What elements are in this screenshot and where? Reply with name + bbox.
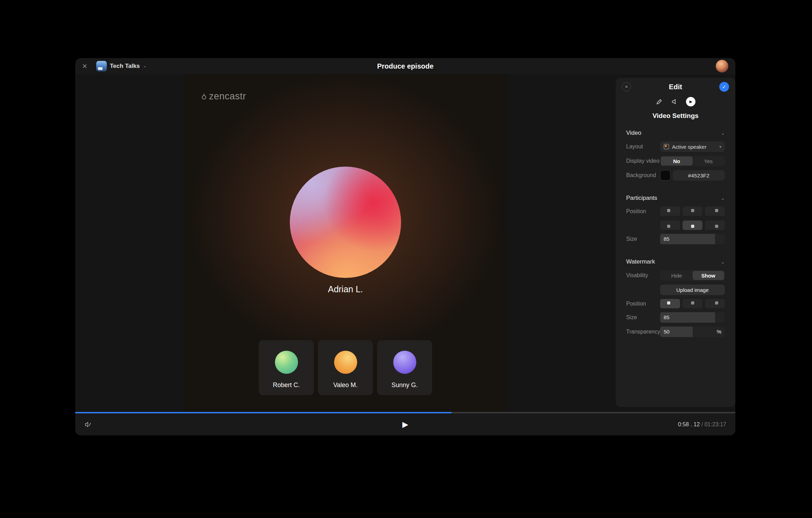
chevron-down-icon[interactable]: ⌄: [721, 260, 725, 264]
display-video-label: Display video: [626, 158, 659, 164]
section-watermark-label: Watermark: [626, 258, 655, 265]
show-selector[interactable]: Tech Talks ⌄: [96, 61, 147, 71]
player-bar: ▶ 0:58 . 12 / 01:23:17: [75, 412, 735, 435]
position-icon: [712, 301, 718, 306]
position-bottom-right-button[interactable]: [705, 220, 725, 230]
watermark-size-slider[interactable]: 85: [660, 312, 725, 323]
visibility-option-show[interactable]: Show: [693, 271, 724, 280]
pencil-icon: [656, 98, 663, 105]
zencastr-logo-text: zencastr: [209, 91, 246, 102]
participant-avatar: [275, 351, 298, 374]
display-video-option-yes[interactable]: Yes: [693, 156, 724, 166]
participant-card[interactable]: Valeo M.: [318, 340, 373, 395]
visibility-label: Visability: [626, 272, 648, 279]
visibility-toggle: Hide Show: [660, 270, 725, 281]
watermark-position-top-left-button[interactable]: [660, 299, 680, 308]
chevron-down-icon[interactable]: ⌄: [721, 131, 725, 135]
transparency-label: Transparency: [626, 329, 660, 335]
titlebar: × Tech Talks ⌄ Produce episode: [75, 58, 735, 74]
position-icon: [712, 223, 718, 228]
participant-card[interactable]: Sunny G.: [377, 340, 432, 395]
watermark-position-top-right-button[interactable]: [705, 299, 725, 308]
transparency-unit: %: [717, 327, 721, 337]
upload-image-button[interactable]: Upload image: [660, 285, 725, 295]
participants-position-label: Position: [626, 206, 646, 216]
watermark-position-label: Position: [626, 301, 646, 307]
preview-play-button[interactable]: ▶: [686, 97, 695, 106]
display-video-option-no[interactable]: No: [661, 156, 693, 166]
background-color-swatch[interactable]: [660, 170, 671, 181]
elapsed-time: 0:58 . 12: [678, 421, 700, 427]
main-content: zencastr Adrian L. Robert C. Valeo M.: [75, 74, 735, 412]
active-speaker-avatar: [290, 167, 401, 278]
participants-size-slider[interactable]: 85: [660, 234, 725, 244]
watermark-size-label: Size: [626, 314, 637, 321]
volume-button[interactable]: [84, 421, 92, 428]
edit-pencil-button[interactable]: [656, 98, 663, 105]
position-icon: [690, 223, 696, 228]
chevron-down-icon: ⌄: [143, 63, 147, 68]
participant-avatar: [334, 351, 357, 374]
position-icon: [690, 301, 696, 306]
play-button[interactable]: ▶: [402, 420, 408, 429]
layout-label: Layout: [626, 144, 643, 150]
display-video-toggle: No Yes: [660, 156, 725, 166]
transparency-slider[interactable]: 50 %: [660, 327, 725, 337]
participant-name: Robert C.: [273, 382, 300, 389]
confirm-button[interactable]: ✓: [719, 82, 729, 92]
volume-muted-icon: [84, 421, 92, 428]
participant-card[interactable]: Robert C.: [259, 340, 314, 395]
total-time: / 01:23:17: [701, 421, 726, 427]
section-video-label: Video: [626, 130, 641, 136]
position-bottom-center-button[interactable]: [682, 220, 702, 230]
watermark-size-value: 85: [664, 312, 670, 323]
position-icon: [690, 209, 696, 214]
audio-settings-button[interactable]: [671, 98, 678, 105]
preview-area: zencastr Adrian L. Robert C. Valeo M.: [75, 74, 616, 412]
timecode: 0:58 . 12 / 01:23:17: [678, 421, 726, 428]
show-thumbnail: [96, 61, 107, 71]
chevron-down-icon[interactable]: ⌄: [721, 196, 725, 200]
section-video: Video ⌄ Layout Active speaker ▾: [616, 130, 735, 181]
app-window: × Tech Talks ⌄ Produce episode zencastr …: [75, 58, 735, 435]
chevron-down-icon: ▾: [719, 145, 721, 149]
edit-panel-header: ✕ Edit ✓: [616, 78, 735, 96]
position-top-center-button[interactable]: [682, 206, 702, 216]
layout-dropdown[interactable]: Active speaker ▾: [660, 141, 725, 152]
position-icon: [667, 223, 673, 228]
zencastr-watermark: zencastr: [201, 91, 246, 102]
position-top-left-button[interactable]: [660, 206, 680, 216]
position-icon: [667, 301, 673, 306]
position-icon: [667, 209, 673, 214]
participant-name: Valeo M.: [333, 382, 358, 389]
participants-size-label: Size: [626, 236, 637, 242]
panel-tools: ▶: [616, 96, 735, 107]
section-participants-label: Participants: [626, 195, 657, 202]
layout-icon: [664, 144, 669, 149]
position-bottom-left-button[interactable]: [660, 220, 680, 230]
section-participants: Participants ⌄ Position: [616, 195, 735, 244]
user-avatar[interactable]: [716, 60, 728, 72]
position-icon: [712, 209, 718, 214]
panel-close-button[interactable]: ✕: [622, 82, 631, 91]
active-speaker-name: Adrian L.: [184, 284, 506, 294]
zencastr-logo-icon: [201, 93, 207, 100]
panel-heading: Video Settings: [616, 112, 735, 120]
page-title: Produce episode: [377, 62, 433, 70]
participant-avatar: [393, 351, 416, 374]
background-label: Background: [626, 172, 656, 178]
participant-name: Sunny G.: [391, 382, 418, 389]
background-color-value[interactable]: #4523F2: [673, 170, 725, 181]
participants-size-value: 85: [664, 234, 670, 244]
show-name: Tech Talks: [110, 63, 140, 70]
speaker-icon: [671, 98, 678, 105]
layout-value: Active speaker: [672, 144, 716, 150]
close-button[interactable]: ×: [82, 62, 91, 70]
transparency-value: 50: [664, 327, 670, 337]
edit-panel: ✕ Edit ✓ ▶ Video Settings: [616, 78, 735, 407]
watermark-position-top-center-button[interactable]: [682, 299, 702, 308]
visibility-option-hide[interactable]: Hide: [661, 271, 693, 280]
video-preview: zencastr Adrian L. Robert C. Valeo M.: [184, 74, 506, 412]
position-top-right-button[interactable]: [705, 206, 725, 216]
player-controls: ▶ 0:58 . 12 / 01:23:17: [75, 413, 735, 435]
